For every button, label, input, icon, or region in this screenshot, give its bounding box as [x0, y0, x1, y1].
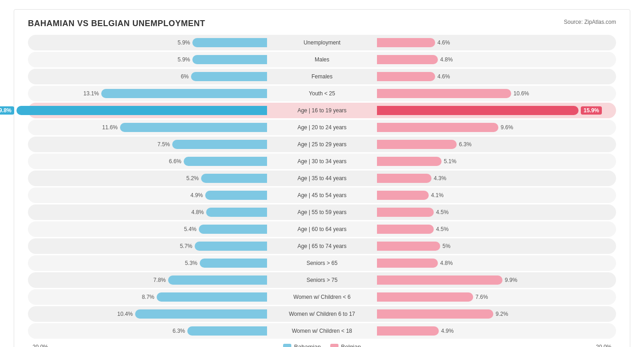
value-right: 7.6% — [475, 294, 488, 300]
value-right: 4.8% — [440, 260, 453, 266]
chart-title: BAHAMIAN VS BELGIAN UNEMPLOYMENT — [28, 19, 205, 28]
bar-row: 19.8%Age | 16 to 19 years15.9% — [28, 103, 616, 118]
bar-left: 8.7% — [157, 292, 267, 302]
bar-row: 4.8%Age | 55 to 59 years4.5% — [28, 204, 616, 220]
bar-right: 9.2% — [377, 309, 493, 319]
bar-left: 13.1% — [101, 89, 267, 98]
bar-label: Seniors > 65 — [267, 260, 377, 266]
value-left: 6% — [181, 73, 189, 80]
bar-left: 7.5% — [172, 140, 267, 149]
value-left: 19.8% — [0, 106, 14, 115]
bar-label: Females — [267, 73, 377, 80]
bar-right: 10.6% — [377, 89, 511, 98]
legend-item-belgian: Belgian — [330, 343, 361, 347]
axis-label-right: 20.0% — [596, 344, 611, 347]
value-left: 4.9% — [191, 192, 203, 198]
bar-right: 9.6% — [377, 123, 498, 132]
left-section: 10.4% — [28, 308, 267, 320]
bar-left: 4.9% — [205, 191, 267, 200]
right-section: 4.9% — [377, 325, 616, 337]
legend: Bahamian Belgian — [283, 343, 361, 347]
value-right: 4.5% — [436, 209, 448, 215]
value-right: 4.9% — [441, 328, 453, 334]
bar-label: Age | 35 to 44 years — [267, 175, 377, 182]
bar-right: 4.6% — [377, 72, 435, 81]
bar-left: 11.6% — [120, 123, 267, 132]
bar-right: 5.1% — [377, 157, 442, 166]
right-section: 10.6% — [377, 87, 616, 100]
bar-right: 6.3% — [377, 140, 457, 149]
left-section: 4.8% — [28, 206, 267, 219]
bar-row: 10.4%Women w/ Children 6 to 179.2% — [28, 306, 616, 322]
bar-left: 5.9% — [192, 55, 267, 64]
bar-right: 4.1% — [377, 191, 429, 200]
bar-row: 6.3%Women w/ Children < 184.9% — [28, 323, 616, 339]
bar-left: 7.8% — [168, 275, 267, 285]
legend-color-bahamian — [283, 344, 291, 347]
right-section: 5% — [377, 240, 616, 253]
bar-left: 4.8% — [206, 208, 267, 217]
right-section: 15.9% — [377, 104, 616, 117]
value-left: 11.6% — [102, 124, 118, 131]
left-section: 19.8% — [28, 104, 267, 117]
legend-label-belgian: Belgian — [341, 343, 361, 347]
bar-row: 7.8%Seniors > 759.9% — [28, 272, 616, 288]
bar-row: 5.2%Age | 35 to 44 years4.3% — [28, 171, 616, 186]
right-section: 4.5% — [377, 206, 616, 219]
chart-footer: 20.0% Bahamian Belgian 20.0% — [28, 343, 616, 347]
bar-label: Age | 30 to 34 years — [267, 158, 377, 165]
bar-left: 5.7% — [195, 242, 267, 251]
left-section: 5.3% — [28, 257, 267, 270]
bar-right: 9.9% — [377, 275, 502, 285]
legend-item-bahamian: Bahamian — [283, 343, 321, 347]
bar-label: Women w/ Children < 18 — [267, 328, 377, 334]
bar-label: Youth < 25 — [267, 90, 377, 97]
left-section: 6% — [28, 70, 267, 83]
left-section: 5.4% — [28, 223, 267, 236]
bar-label: Women w/ Children 6 to 17 — [267, 311, 377, 317]
bar-left: 6.6% — [184, 157, 267, 166]
bar-row: 6.6%Age | 30 to 34 years5.1% — [28, 154, 616, 169]
left-section: 13.1% — [28, 87, 267, 100]
bar-right: 15.9% — [377, 106, 579, 115]
chart-body: 5.9%Unemployment4.6%5.9%Males4.8%6%Femal… — [28, 35, 616, 339]
value-left: 5.3% — [185, 260, 197, 266]
value-left: 5.9% — [178, 39, 190, 46]
bar-left: 19.8% — [16, 106, 267, 115]
left-section: 6.3% — [28, 325, 267, 337]
value-right: 6.3% — [459, 141, 471, 148]
chart-container: BAHAMIAN VS BELGIAN UNEMPLOYMENT Source:… — [14, 9, 630, 347]
value-right: 5.1% — [444, 158, 456, 165]
value-left: 5.9% — [178, 56, 190, 63]
bar-row: 5.9%Unemployment4.6% — [28, 35, 616, 50]
right-section: 4.6% — [377, 70, 616, 83]
value-right: 9.9% — [505, 277, 517, 283]
value-left: 6.3% — [173, 328, 185, 334]
bar-label: Age | 65 to 74 years — [267, 243, 377, 249]
legend-color-belgian — [330, 344, 338, 347]
value-right: 4.6% — [437, 39, 450, 46]
left-section: 5.9% — [28, 53, 267, 66]
bar-right: 4.5% — [377, 225, 434, 234]
right-section: 9.9% — [377, 274, 616, 286]
bar-right: 4.6% — [377, 38, 435, 47]
bar-label: Age | 25 to 29 years — [267, 141, 377, 148]
bar-row: 11.6%Age | 20 to 24 years9.6% — [28, 120, 616, 135]
right-section: 4.3% — [377, 172, 616, 185]
bar-right: 4.9% — [377, 326, 439, 336]
left-section: 4.9% — [28, 189, 267, 202]
bar-row: 8.7%Women w/ Children < 67.6% — [28, 289, 616, 305]
left-section: 6.6% — [28, 155, 267, 168]
bar-label: Age | 55 to 59 years — [267, 209, 377, 215]
bar-right: 4.3% — [377, 174, 431, 183]
right-section: 4.6% — [377, 36, 616, 49]
value-right: 4.3% — [434, 175, 446, 182]
value-right: 4.1% — [431, 192, 443, 198]
bar-right: 4.8% — [377, 55, 438, 64]
value-left: 5.2% — [186, 175, 199, 182]
bar-right: 4.8% — [377, 259, 438, 268]
value-left: 5.7% — [180, 243, 192, 249]
value-right: 15.9% — [581, 106, 602, 115]
value-left: 5.4% — [184, 226, 196, 232]
right-section: 6.3% — [377, 138, 616, 151]
